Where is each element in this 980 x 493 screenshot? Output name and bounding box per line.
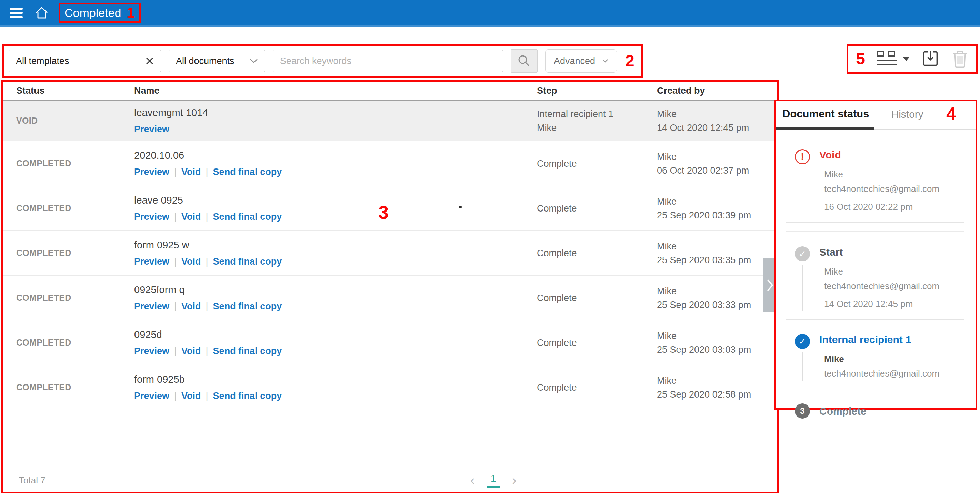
created-by-line: 25 Sep 2020 03:33 pm [657,298,777,312]
advanced-button[interactable]: Advanced [545,49,617,73]
download-icon[interactable] [921,50,940,68]
total-count: Total 7 [19,475,46,486]
chevron-down-icon [602,59,608,63]
annotation-label-2: 2 [625,53,635,69]
template-filter-input[interactable]: All templates [9,50,161,72]
event-detail-line: Mike [824,264,939,279]
preview-link[interactable]: Preview [134,212,169,222]
previous-page-button[interactable]: ‹ [470,473,475,488]
table-row[interactable]: COMPLETED0925form qPreview|Void|Send fin… [3,276,777,320]
event-detail-line: Mike [824,352,939,366]
action-separator: | [206,346,208,356]
pagination: ‹ 1 › [470,473,517,488]
preview-link[interactable]: Preview [134,391,169,401]
status-badge: COMPLETED [16,248,134,258]
document-name: leavemgmt 1014 [134,107,537,119]
document-filter-value: All documents [176,56,234,67]
search-input[interactable]: Search keywords [273,50,503,72]
send-final-copy-link[interactable]: Send final copy [213,212,282,222]
view-mode-button[interactable] [877,51,909,67]
next-page-button[interactable]: › [512,473,517,488]
annotation-box-5: 5 [846,44,978,74]
search-button[interactable] [511,49,538,73]
status-badge: COMPLETED [16,159,134,168]
action-separator: | [174,301,177,311]
table-row[interactable]: COMPLETED2020.10.06Preview|Void|Send fin… [3,141,777,186]
divider [786,228,964,231]
status-badge: COMPLETED [16,293,134,303]
column-header-step: Step [537,86,657,96]
step-number-badge-icon: 3 [795,403,810,418]
timeline-connector [802,265,803,311]
document-name: 0925d [134,329,537,340]
event-detail-line: tech4nontechies@gmail.com [824,366,939,381]
table-footer: Total 7 ‹ 1 › [3,469,777,491]
search-icon [518,54,531,68]
column-header-name: Name [134,86,537,96]
document-filter-select[interactable]: All documents [169,50,265,72]
chevron-right-icon [766,278,774,292]
void-link[interactable]: Void [181,212,201,222]
action-separator: | [174,167,177,177]
event-title: Internal recipient 1 [819,334,939,346]
table-row[interactable]: COMPLETED0925dPreview|Void|Send final co… [3,320,777,365]
step-line: Complete [537,381,657,395]
document-name: form 0925b [134,374,537,385]
send-final-copy-link[interactable]: Send final copy [213,391,282,401]
void-link[interactable]: Void [181,301,201,311]
created-by-line: Mike [657,107,777,121]
top-navigation-bar: Completed 1 [0,0,980,27]
document-name: leave 0925 [134,195,537,206]
home-icon[interactable] [34,5,50,20]
event-detail-line: 16 Oct 2020 02:22 pm [824,200,939,214]
row-actions: Preview|Void|Send final copy [134,212,537,222]
created-by-line: 25 Sep 2020 03:39 pm [657,208,777,222]
timeline-event-void: !VoidMiketech4nontechies@gmail.com16 Oct… [786,140,964,223]
timeline-event-start: ✓StartMiketech4nontechies@gmail.com14 Oc… [786,237,964,320]
tab-document-status[interactable]: Document status [781,108,870,129]
preview-link[interactable]: Preview [134,346,169,356]
created-by-line: 14 Oct 2020 12:45 pm [657,121,777,135]
event-title: Complete [819,403,867,417]
action-separator: | [206,256,208,267]
void-link[interactable]: Void [181,256,201,267]
check-circle-gray-icon: ✓ [795,246,810,262]
main-content: Status Name Step Created by VOIDleavemgm… [0,80,980,493]
send-final-copy-link[interactable]: Send final copy [213,346,282,356]
send-final-copy-link[interactable]: Send final copy [213,256,282,267]
preview-link[interactable]: Preview [134,124,169,134]
send-final-copy-link[interactable]: Send final copy [213,301,282,311]
table-row[interactable]: COMPLETEDform 0925 wPreview|Void|Send fi… [3,231,777,276]
template-filter-value: All templates [16,56,69,67]
event-title: Void [819,149,939,161]
preview-link[interactable]: Preview [134,301,169,311]
chevron-down-icon [250,59,258,63]
preview-link[interactable]: Preview [134,256,169,267]
delete-icon[interactable] [951,49,969,69]
preview-link[interactable]: Preview [134,167,169,177]
tab-history[interactable]: History [890,109,924,129]
table-row[interactable]: VOIDleavemgmt 1014PreviewInternal recipi… [3,101,777,141]
created-by-line: Mike [657,195,777,208]
action-separator: | [174,346,177,356]
row-actions: Preview|Void|Send final copy [134,346,537,357]
clear-filter-icon[interactable] [146,57,154,65]
row-actions: Preview|Void|Send final copy [134,167,537,178]
void-link[interactable]: Void [181,167,201,177]
void-link[interactable]: Void [181,391,201,401]
action-separator: | [174,256,177,267]
void-link[interactable]: Void [181,346,201,356]
page-number[interactable]: 1 [487,473,501,488]
annotation-label-3: 3 [378,203,389,222]
table-row[interactable]: COMPLETEDleave 0925Preview|Void|Send fin… [3,186,777,231]
row-actions: Preview|Void|Send final copy [134,256,537,267]
step-line: Complete [537,291,657,305]
send-final-copy-link[interactable]: Send final copy [213,167,282,177]
step-line: Internal recipient 1 [537,107,657,121]
table-row[interactable]: COMPLETEDform 0925bPreview|Void|Send fin… [3,365,777,410]
created-by-line: 25 Sep 2020 03:03 pm [657,343,777,357]
hamburger-menu-icon[interactable] [10,8,23,18]
step-line: Complete [537,157,657,171]
status-badge: COMPLETED [16,203,134,213]
timeline-event-internal: ✓Internal recipient 1Miketech4nontechies… [786,325,964,389]
